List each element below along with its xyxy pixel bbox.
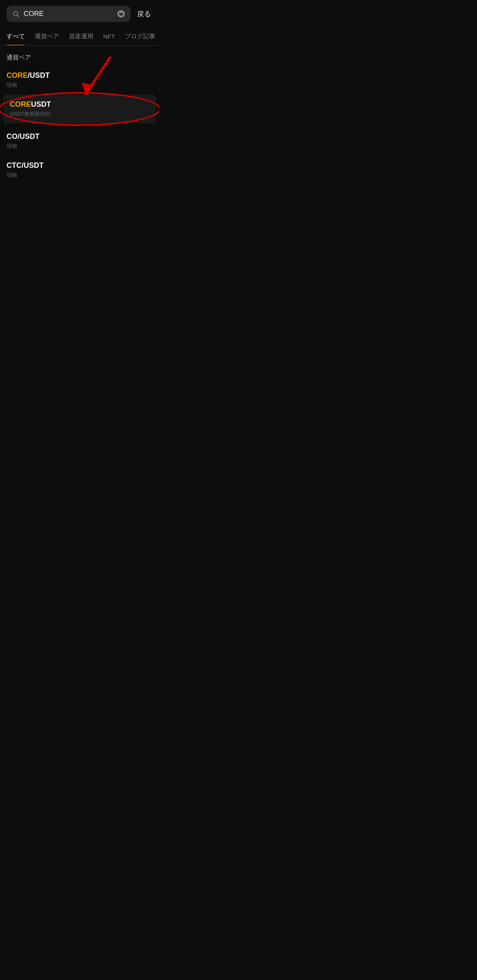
circle-annotation [0, 92, 159, 126]
list-item-core-usdt-spot[interactable]: CORE/USDT 現物 [0, 66, 159, 94]
search-icon [12, 10, 20, 18]
tab-blog[interactable]: ブログ記事 [125, 28, 155, 45]
list-item-co-usdt-spot[interactable]: CO/USDT 現物 [0, 127, 159, 156]
tab-all[interactable]: すべて [7, 28, 25, 45]
pair-rest-core2: USDT [31, 100, 51, 108]
pair-highlight-core1: CORE [7, 71, 28, 79]
pair-name-core-usdt-spot: CORE/USDT [7, 71, 152, 80]
back-button[interactable]: 戻る [135, 9, 152, 19]
pair-rest-core1: /USDT [28, 71, 50, 79]
pair-subtitle-ctc-usdt-spot: 現物 [7, 171, 152, 179]
pair-highlight-core2: CORE [10, 100, 31, 108]
pair-name-core-usdt-perp: COREUSDT [10, 100, 149, 109]
search-bar: 戻る [0, 0, 159, 28]
search-input-wrapper[interactable] [7, 6, 130, 22]
search-input[interactable] [24, 10, 113, 18]
tab-asset[interactable]: 資産運用 [69, 28, 93, 45]
app-container: 戻る すべて 通貨ペア 資産運用 NFT ブログ記事 Web3 通貨ペア COR… [0, 0, 159, 185]
pair-subtitle-co-usdt-spot: 現物 [7, 143, 152, 150]
svg-line-1 [17, 15, 19, 17]
tab-pair[interactable]: 通貨ペア [35, 28, 59, 45]
list-item-ctc-usdt-spot[interactable]: CTC/USDT 現物 [0, 156, 159, 185]
pair-name-ctc-usdt-spot: CTC/USDT [7, 161, 152, 170]
pair-subtitle-core-usdt-perp: USDT無期限契約 [10, 110, 149, 118]
list-item-core-usdt-perp[interactable]: COREUSDT USDT無期限契約 [3, 94, 156, 123]
section-currency-pair: 通貨ペア CORE/USDT 現物 COREUSDT USDT無期限契約 [0, 46, 159, 185]
tabs-container: すべて 通貨ペア 資産運用 NFT ブログ記事 Web3 [0, 28, 159, 46]
tab-nft[interactable]: NFT [103, 28, 115, 45]
pair-subtitle-core-usdt-spot: 現物 [7, 81, 152, 89]
clear-button[interactable] [117, 10, 125, 18]
pair-name-co-usdt-spot: CO/USDT [7, 132, 152, 141]
section-header-currency-pair: 通貨ペア [0, 46, 159, 66]
